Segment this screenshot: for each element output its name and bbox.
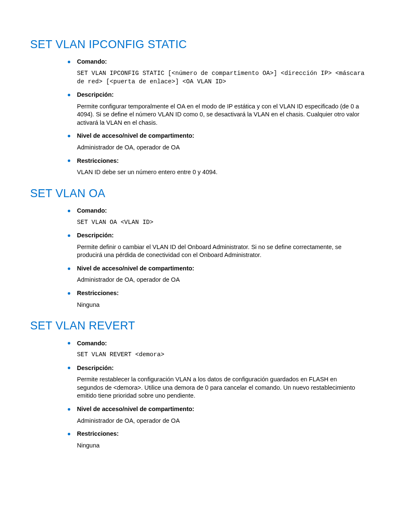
item-label: Comando: xyxy=(77,207,369,215)
item-label: Descripción: xyxy=(77,364,369,373)
item-label: Nivel de acceso/nivel de compartimento: xyxy=(77,132,369,140)
item-body: Administrador de OA, operador de OA xyxy=(77,144,369,152)
item-label: Restricciones: xyxy=(77,430,369,438)
bullet-icon xyxy=(68,61,70,63)
list-item: Comando:SET VLAN OA <VLAN ID> xyxy=(68,207,369,226)
list-item: Restricciones:VLAN ID debe ser un número… xyxy=(68,157,369,177)
item-body: Ninguna xyxy=(77,442,369,450)
item-body: Ninguna xyxy=(77,301,369,309)
item-label: Descripción: xyxy=(77,231,369,240)
list-item: Descripción:Permite definir o cambiar el… xyxy=(68,231,369,260)
item-label: Comando: xyxy=(77,58,369,66)
bullet-icon xyxy=(68,342,70,344)
item-label: Restricciones: xyxy=(77,157,369,165)
bullet-icon xyxy=(68,135,70,137)
list-item: Comando:SET VLAN IPCONFIG STATIC [<númer… xyxy=(68,58,369,86)
command-text: SET VLAN OA <VLAN ID> xyxy=(77,218,369,227)
item-label: Nivel de acceso/nivel de compartimento: xyxy=(77,265,369,273)
item-body: VLAN ID debe ser un número entero entre … xyxy=(77,168,369,177)
list-item: Descripción:Permite configurar temporalm… xyxy=(68,91,369,127)
bullet-icon xyxy=(68,408,70,411)
bullet-icon xyxy=(68,159,70,162)
section-body: Comando:SET VLAN REVERT <demora>Descripc… xyxy=(30,339,369,450)
item-body: Administrador de OA, operador de OA xyxy=(77,276,369,284)
list-item: Descripción:Permite restablecer la confi… xyxy=(68,364,369,400)
bullet-icon xyxy=(68,433,70,435)
list-item: Restricciones:Ninguna xyxy=(68,430,369,450)
list-item: Nivel de acceso/nivel de compartimento:A… xyxy=(68,132,369,152)
list-item: Comando:SET VLAN REVERT <demora> xyxy=(68,339,369,359)
bullet-icon xyxy=(68,94,70,96)
section-heading: SET VLAN IPCONFIG STATIC xyxy=(30,37,369,52)
section-heading: SET VLAN OA xyxy=(30,186,369,201)
command-text: SET VLAN REVERT <demora> xyxy=(77,351,369,359)
bullet-icon xyxy=(68,210,70,212)
bullet-icon xyxy=(68,234,70,237)
bullet-icon xyxy=(68,267,70,270)
bullet-icon xyxy=(68,367,70,369)
list-item: Nivel de acceso/nivel de compartimento:A… xyxy=(68,405,369,425)
item-label: Comando: xyxy=(77,339,369,348)
section-heading: SET VLAN REVERT xyxy=(30,318,369,333)
section-body: Comando:SET VLAN OA <VLAN ID>Descripción… xyxy=(30,207,369,309)
item-body: Permite definir o cambiar el VLAN ID del… xyxy=(77,243,369,260)
item-label: Descripción: xyxy=(77,91,369,99)
item-body: Permite configurar temporalmente el OA e… xyxy=(77,103,369,127)
command-text: SET VLAN IPCONFIG STATIC [<número de com… xyxy=(77,69,369,86)
item-label: Nivel de acceso/nivel de compartimento: xyxy=(77,405,369,414)
item-body: Administrador de OA, operador de OA xyxy=(77,417,369,425)
list-item: Nivel de acceso/nivel de compartimento:A… xyxy=(68,265,369,284)
list-item: Restricciones:Ninguna xyxy=(68,289,369,309)
section-body: Comando:SET VLAN IPCONFIG STATIC [<númer… xyxy=(30,58,369,176)
item-body: Permite restablecer la configuración VLA… xyxy=(77,375,369,400)
item-label: Restricciones: xyxy=(77,289,369,298)
bullet-icon xyxy=(68,292,70,295)
